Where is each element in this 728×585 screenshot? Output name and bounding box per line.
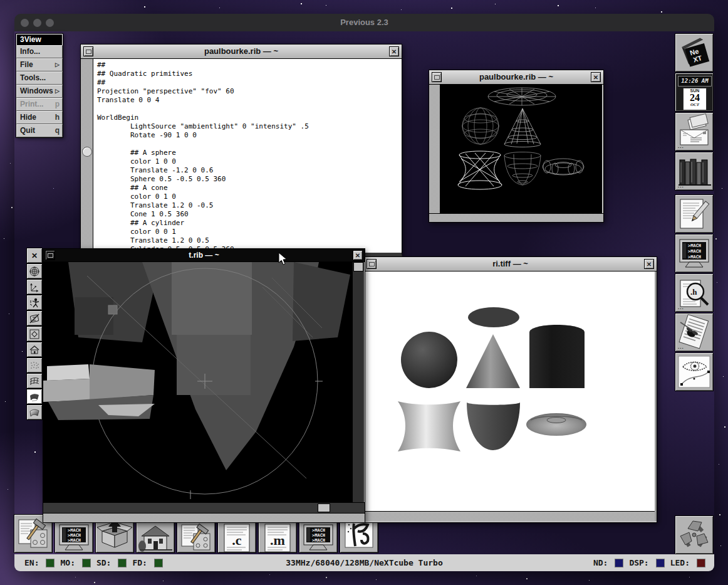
menu-item-windows[interactable]: Windows▷ xyxy=(16,85,63,98)
emulator-status-bar: EN: MO: SD: FD: 33MHz/68040/128MB/NeXTcu… xyxy=(14,554,714,571)
power-led xyxy=(697,559,705,567)
close-button[interactable]: ✕ xyxy=(591,72,601,82)
scene-plane-inner xyxy=(75,297,113,335)
menu-item-print[interactable]: Print...p xyxy=(16,98,63,111)
wireframe-paraboloid xyxy=(504,152,541,186)
menu-item-hide[interactable]: Hideh xyxy=(16,111,63,124)
scene-plane-right xyxy=(293,262,350,341)
image-content xyxy=(364,271,655,511)
emulator-titlebar[interactable]: Previous 2.3 xyxy=(14,14,714,31)
scene-titlebar[interactable]: t.rib — ~ ✕ xyxy=(43,249,365,262)
close-icon: ✕ xyxy=(647,261,652,268)
image-window: ri.tiff — ~ ✕ xyxy=(363,256,657,523)
trackball-tool[interactable] xyxy=(26,263,43,279)
editor-scroll-knob[interactable] xyxy=(82,147,92,157)
dock-headerviewer[interactable]: .h ... xyxy=(675,273,714,312)
image-titlebar[interactable]: ri.tiff — ~ ✕ xyxy=(364,257,657,271)
menu-item-quit[interactable]: Quitq xyxy=(16,124,63,137)
status-nd-label: ND: xyxy=(593,558,608,567)
recycler-icon xyxy=(675,516,713,554)
axes-tool[interactable] xyxy=(26,279,43,295)
scene-window: t.rib — ~ ✕ xyxy=(43,248,365,523)
dock-librarian[interactable]: ... xyxy=(675,152,714,191)
minimize-traffic-button[interactable] xyxy=(33,19,41,27)
wireframe-torus xyxy=(543,159,584,175)
scene-scrollbar-vertical[interactable] xyxy=(352,262,364,502)
palette-close-button[interactable]: ✕ xyxy=(26,248,43,263)
emulator-title: Previous 2.3 xyxy=(14,14,714,31)
dock-recycler[interactable] xyxy=(675,515,714,554)
scene-canvas[interactable] xyxy=(43,262,352,502)
editor-content[interactable]: ## ## Quadratic primitives ## Projection… xyxy=(93,59,402,253)
scene-slab-object xyxy=(43,364,155,420)
close-button[interactable]: ✕ xyxy=(353,250,363,260)
editor-title: paulbourke.rib — ~ xyxy=(204,46,278,56)
scene-scrollbar-horizontal[interactable] xyxy=(43,502,365,514)
shaded-mode-tool[interactable] xyxy=(26,404,43,420)
image-title: ri.tiff — ~ xyxy=(492,259,528,268)
dock-next-logo[interactable]: NeXT xyxy=(675,33,714,72)
dock-eye-app[interactable] xyxy=(675,352,714,391)
point-cloud-tool[interactable] xyxy=(26,357,43,373)
menu-item-tools[interactable]: Tools... xyxy=(16,71,63,85)
close-button[interactable]: ✕ xyxy=(644,259,654,269)
editor-titlebar[interactable]: paulbourke.rib — ~ ✕ xyxy=(81,45,402,59)
dock-clock[interactable]: 12:26 AM SUN 24 OCT xyxy=(675,73,714,112)
hidden-line-mesh-icon xyxy=(29,391,40,403)
miniaturize-button[interactable] xyxy=(45,250,55,260)
shaded-mesh-icon xyxy=(29,407,40,418)
close-icon: ✕ xyxy=(593,74,598,81)
scene-hscroll-knob[interactable] xyxy=(318,503,330,512)
tool-palette: ✕ xyxy=(26,248,43,420)
house-icon xyxy=(29,344,40,356)
dock-mail[interactable]: ... xyxy=(675,112,714,151)
menu-item-info[interactable]: Info... xyxy=(16,45,63,58)
wireframe-titlebar[interactable]: paulbourke.rib — ~ ✕ xyxy=(429,70,603,85)
wireframe-primitives-image xyxy=(440,85,602,213)
menu-item-file[interactable]: File▷ xyxy=(16,58,63,71)
no-rotation-icon xyxy=(29,313,40,324)
wireframe-disk xyxy=(488,88,556,105)
miniaturize-button[interactable] xyxy=(367,259,377,269)
wireframe-mode-tool[interactable] xyxy=(26,373,43,389)
dock-newsgrazer[interactable]: ... xyxy=(675,313,714,352)
dock-edit[interactable] xyxy=(675,194,714,233)
submenu-arrow-icon: ▷ xyxy=(55,85,60,97)
terminal-text: >MACH >MACH >MACH xyxy=(688,243,701,260)
miniaturize-button[interactable] xyxy=(83,46,93,56)
editor-scrollbar[interactable] xyxy=(81,59,93,253)
walk-figure-icon xyxy=(29,297,40,308)
next-cube-icon: NeXT xyxy=(675,34,713,71)
points-icon xyxy=(29,360,40,371)
close-icon: ✕ xyxy=(31,251,38,260)
scene-scroll-knob[interactable] xyxy=(353,262,363,271)
close-icon: ✕ xyxy=(392,48,397,55)
close-button[interactable]: ✕ xyxy=(389,46,399,56)
walk-tool[interactable] xyxy=(26,295,43,310)
scene-handle-square[interactable] xyxy=(108,305,117,314)
miniaturize-icon xyxy=(48,253,53,258)
frame-tool[interactable] xyxy=(26,326,43,342)
miniaturize-icon xyxy=(369,262,375,266)
zoom-traffic-button[interactable] xyxy=(46,19,54,27)
miniaturize-button[interactable] xyxy=(432,72,442,82)
wireframe-hyperboloid xyxy=(458,151,502,189)
scene-resize-bar[interactable] xyxy=(43,513,365,522)
close-icon: ✕ xyxy=(355,252,360,259)
running-dots: ... xyxy=(678,144,684,149)
wireframe-scrollbar-horizontal[interactable] xyxy=(429,213,603,222)
image-scrollbar-horizontal[interactable] xyxy=(364,511,655,521)
rib-source-code[interactable]: ## ## Quadratic primitives ## Projection… xyxy=(93,59,402,253)
wireframe-scrollbar-vertical[interactable] xyxy=(429,85,440,214)
close-traffic-button[interactable] xyxy=(21,19,29,27)
home-view-tool[interactable] xyxy=(26,342,43,357)
menu-app-title[interactable]: 3View xyxy=(16,34,63,45)
rendered-paraboloid xyxy=(467,403,520,450)
rendered-primitives-image xyxy=(364,271,653,511)
hidden-line-mode-tool[interactable] xyxy=(26,389,43,404)
rendered-cone xyxy=(466,334,520,388)
wireframe-cone xyxy=(504,108,541,147)
rendered-torus xyxy=(526,413,586,436)
dock-terminal[interactable]: >MACH >MACH >MACH xyxy=(675,234,714,273)
no-rotation-tool[interactable] xyxy=(26,310,43,326)
